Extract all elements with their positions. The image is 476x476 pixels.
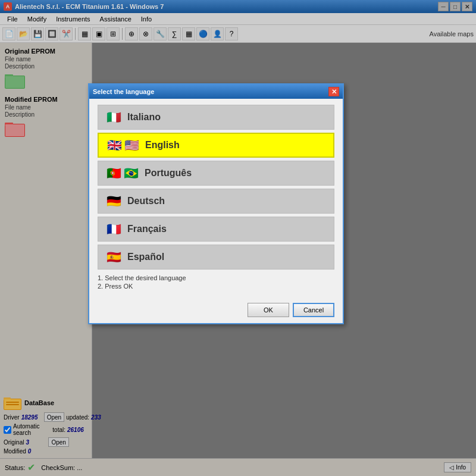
francais-flags: 🇫🇷: [107, 222, 121, 236]
english-flag-gb: 🇬🇧: [107, 138, 122, 152]
english-flag-us: 🇺🇸: [124, 138, 139, 152]
portugues-flag-pt: 🇵🇹: [107, 166, 121, 180]
modal-overlay: Select the language ✕ 🇮🇹 Italiano 🇬🇧 🇺🇸 …: [0, 0, 476, 476]
dialog-close-button[interactable]: ✕: [328, 87, 339, 96]
english-flags: 🇬🇧 🇺🇸: [107, 138, 139, 152]
dialog-body: 🇮🇹 Italiano 🇬🇧 🇺🇸 English 🇵🇹 🇧🇷 Portu: [89, 99, 343, 299]
italiano-flags: 🇮🇹: [107, 110, 121, 124]
portugues-label: Português: [145, 168, 192, 178]
language-deutsch-button[interactable]: 🇩🇪 Deutsch: [98, 189, 334, 214]
language-dialog: Select the language ✕ 🇮🇹 Italiano 🇬🇧 🇺🇸 …: [88, 83, 344, 324]
dialog-hint: 1. Select the desired language 2. Press …: [98, 274, 334, 290]
language-francais-button[interactable]: 🇫🇷 Français: [98, 217, 334, 242]
dialog-cancel-button[interactable]: Cancel: [293, 303, 334, 317]
dialog-ok-button[interactable]: OK: [248, 303, 289, 317]
deutsch-label: Deutsch: [127, 196, 165, 206]
dialog-buttons: OK Cancel: [89, 299, 343, 323]
francais-flag: 🇫🇷: [107, 222, 121, 236]
hint-line-1: 1. Select the desired language: [98, 274, 334, 281]
italiano-flag: 🇮🇹: [107, 110, 121, 124]
espanol-label: Español: [127, 252, 164, 262]
language-espanol-button[interactable]: 🇪🇸 Español: [98, 245, 334, 270]
italiano-label: Italiano: [127, 112, 161, 123]
espanol-flags: 🇪🇸: [107, 250, 121, 264]
deutsch-flags: 🇩🇪: [107, 194, 121, 208]
language-english-button[interactable]: 🇬🇧 🇺🇸 English: [98, 133, 334, 158]
deutsch-flag: 🇩🇪: [107, 194, 121, 208]
english-label: English: [145, 140, 180, 151]
francais-label: Français: [127, 224, 167, 234]
dialog-title: Select the language: [93, 88, 328, 95]
dialog-titlebar: Select the language ✕: [89, 84, 343, 99]
portugues-flag-br: 🇧🇷: [124, 166, 139, 180]
hint-line-2: 2. Press OK: [98, 283, 334, 290]
portugues-flags: 🇵🇹 🇧🇷: [107, 166, 139, 180]
language-italiano-button[interactable]: 🇮🇹 Italiano: [98, 105, 334, 130]
language-portugues-button[interactable]: 🇵🇹 🇧🇷 Português: [98, 161, 334, 186]
espanol-flag: 🇪🇸: [107, 250, 121, 264]
